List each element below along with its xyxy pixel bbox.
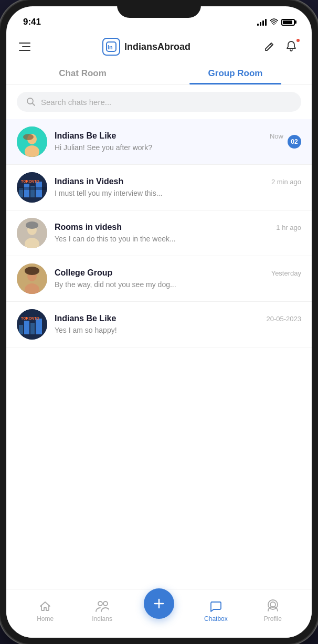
chat-content: Indians in Videsh 2 min ago I must tell … [55, 177, 301, 198]
search-bar[interactable]: Search chats here... [17, 92, 301, 112]
chat-time: 20-05-2023 [267, 315, 302, 323]
svg-rect-26 [30, 323, 35, 334]
search-icon [26, 97, 36, 107]
nav-home-label: Home [37, 615, 54, 622]
chat-time: Now [270, 132, 283, 140]
app-name: IndiansAbroad [124, 41, 190, 52]
avatar [17, 218, 47, 248]
notification-bell-button[interactable] [284, 39, 299, 54]
svg-point-7 [23, 134, 34, 140]
svg-text:TORONTO: TORONTO [21, 180, 39, 183]
avatar [17, 126, 47, 157]
chat-content: Indians Be Like Now Hi Julian! See you a… [55, 131, 283, 152]
chat-name: Indians in Videsh [55, 177, 123, 186]
nav-indians[interactable]: Indians [73, 599, 130, 622]
svg-rect-24 [19, 325, 23, 334]
list-item[interactable]: Indians Be Like Now Hi Julian! See you a… [6, 119, 312, 165]
phone-frame: 9:41 [0, 0, 318, 644]
tab-chat-room[interactable]: Chat Room [6, 62, 159, 84]
chat-preview: By the way, did not you see my dog... [55, 280, 176, 289]
chat-preview: Yes I am so happy! [55, 326, 117, 334]
header: In IndiansAbroad [6, 34, 312, 62]
chat-preview: Yes I can do this to you in the week... [55, 235, 176, 243]
chat-time: 2 min ago [271, 178, 301, 186]
chat-preview: Hi Julian! See you after work? [55, 143, 152, 152]
chat-preview: I must tell you my interview this... [55, 189, 162, 197]
nav-home[interactable]: Home [17, 599, 73, 622]
signal-icon [257, 18, 267, 26]
avatar: TORONTO [17, 309, 47, 340]
svg-point-0 [273, 24, 274, 25]
search-placeholder: Search chats here... [41, 98, 111, 107]
edit-button[interactable] [262, 39, 277, 54]
notch [117, 0, 201, 18]
unread-badge: 02 [288, 135, 301, 149]
nav-indians-label: Indians [92, 615, 112, 622]
chat-name: Rooms in videsh [55, 223, 122, 232]
chat-list: Indians Be Like Now Hi Julian! See you a… [6, 119, 312, 589]
list-item[interactable]: TORONTO Indians in Videsh 2 min ago I mu… [6, 165, 312, 210]
chat-name: Indians Be Like [55, 131, 116, 141]
svg-text:TORONTO: TORONTO [21, 316, 39, 320]
tab-group-room[interactable]: Group Room [159, 62, 312, 84]
chatbox-icon [209, 599, 222, 613]
tabs: Chat Room Group Room [6, 62, 312, 85]
svg-rect-27 [36, 319, 42, 334]
notification-badge [295, 38, 301, 43]
svg-point-30 [103, 601, 108, 606]
svg-text:In: In [108, 44, 113, 50]
home-icon [38, 599, 52, 613]
header-actions [262, 39, 299, 54]
svg-point-3 [27, 98, 33, 104]
status-icons [257, 18, 295, 26]
svg-rect-10 [24, 184, 29, 197]
svg-point-22 [25, 267, 39, 275]
chat-content: College Group Yesterday By the way, did … [55, 268, 301, 289]
fab-button[interactable] [144, 588, 174, 619]
chat-time: 1 hr ago [276, 224, 301, 231]
profile-icon [266, 599, 280, 613]
svg-point-18 [26, 221, 38, 229]
status-time: 9:41 [23, 17, 41, 27]
nav-profile-label: Profile [264, 615, 282, 622]
avatar [17, 263, 47, 294]
group-icon [96, 599, 109, 613]
chat-content: Indians Be Like 20-05-2023 Yes I am so h… [55, 314, 301, 335]
chat-name: College Group [55, 268, 112, 278]
logo-area: In IndiansAbroad [102, 38, 190, 56]
chat-time: Yesterday [271, 269, 301, 277]
list-item[interactable]: TORONTO Indians Be Like 20-05-2023 Yes I… [6, 302, 312, 347]
nav-chatbox-label: Chatbox [204, 615, 228, 622]
battery-icon [281, 19, 295, 26]
nav-fab[interactable] [131, 588, 187, 621]
avatar: TORONTO [17, 172, 47, 203]
chat-name: Indians Be Like [55, 314, 116, 323]
svg-point-29 [98, 601, 102, 606]
bottom-nav: Home Indians [6, 589, 312, 638]
nav-chatbox[interactable]: Chatbox [187, 599, 244, 622]
phone-screen: 9:41 [6, 6, 312, 638]
list-item[interactable]: Rooms in videsh 1 hr ago Yes I can do th… [6, 210, 312, 256]
svg-rect-25 [24, 321, 29, 334]
list-item[interactable]: College Group Yesterday By the way, did … [6, 256, 312, 302]
svg-point-32 [268, 600, 278, 609]
wifi-icon [270, 18, 278, 26]
hamburger-menu-button[interactable] [19, 43, 30, 51]
svg-rect-13 [17, 187, 47, 190]
logo-icon: In [102, 38, 120, 56]
chat-content: Rooms in videsh 1 hr ago Yes I can do th… [55, 223, 301, 244]
nav-profile[interactable]: Profile [245, 599, 301, 622]
